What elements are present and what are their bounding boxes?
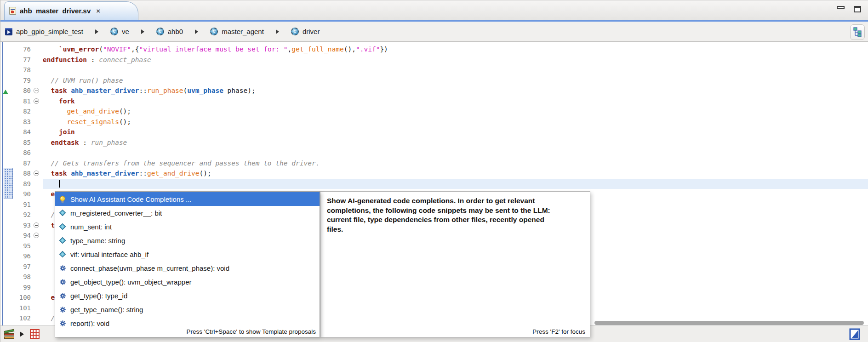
full-compile-status-icon[interactable] [849,328,860,342]
code-line[interactable]: 84 join [0,127,868,137]
maximize-icon[interactable] [854,6,861,12]
collapse-icon[interactable] [34,88,39,93]
completion-item[interactable]: m_registered_converter__: bit [55,206,320,220]
code-line[interactable]: 81 fork [0,96,868,107]
code-text[interactable] [43,148,868,158]
code-line[interactable]: 76 `uvm_error("NOVIF",{"virtual interfac… [0,44,868,55]
code-segment: reset_signals [67,118,119,125]
code-segment: run_phase [147,87,183,94]
code-line[interactable]: 87 // Gets transfers from the sequencer … [0,158,868,169]
code-text[interactable] [43,65,868,75]
line-number: 95 [15,241,31,251]
module-icon [5,28,12,35]
code-segment: endfunction [43,56,87,63]
chevron-right-icon [95,29,98,34]
code-segment: : [79,139,91,146]
collapse-icon[interactable] [34,222,39,228]
code-text[interactable]: endtask : run_phase [43,137,868,148]
toggle-hierarchy-button[interactable] [850,24,865,40]
minimize-icon[interactable] [837,6,845,9]
completion-item[interactable]: type_name: string [55,234,320,247]
breadcrumb-item-driver[interactable]: C driver [291,28,320,35]
code-text[interactable]: // Gets transfers from the sequencer and… [43,158,868,169]
breadcrumb-item-ahb0[interactable]: C ahb0 [156,28,183,35]
fold-column [31,230,43,241]
horizontal-scrollbar[interactable] [594,321,864,325]
code-segment: (); [200,170,211,177]
annotation-cell [0,292,15,303]
code-segment [67,87,71,94]
code-line[interactable]: 77endfunction : connect_phase [0,55,868,65]
code-line[interactable]: 80 task ahb_master_driver::run_phase(uvm… [0,86,868,96]
code-text[interactable]: task ahb_master_driver::run_phase(uvm_ph… [43,86,868,96]
completion-item-label: vif: virtual interface ahb_if [70,251,148,258]
chevron-right-icon [141,29,144,34]
breadcrumb-item-master-agent[interactable]: C master_agent [210,28,264,35]
code-line[interactable]: 88 task ahb_master_driver::get_and_drive… [0,168,868,179]
fold-column [31,55,43,65]
completion-popup-footer: Press 'Ctrl+Space' to show Template prop… [55,326,320,337]
completion-item[interactable]: connect_phase(uvm_phase m_current_phase)… [55,261,320,275]
breadcrumb-item-ve[interactable]: C ve [110,28,129,35]
code-segment [43,97,59,105]
code-text[interactable]: fork [43,96,868,107]
tab-ahb-master-driver[interactable]: ahb_master_driver.sv × [4,1,138,20]
code-line[interactable]: 89 [0,179,868,189]
completion-item[interactable]: get_type(): type_id [55,289,320,302]
line-number: 77 [15,55,31,65]
completion-item[interactable]: vif: virtual interface ahb_if [55,247,320,261]
code-segment [43,294,51,301]
annotation-cell [0,272,15,282]
field-icon [58,251,67,258]
code-segment [43,211,51,218]
code-segment [43,160,51,167]
close-tab-icon[interactable]: × [96,7,100,15]
collapse-icon[interactable] [34,98,39,104]
code-text[interactable]: endfunction : connect_phase [43,55,868,65]
compile-order-icon[interactable] [4,329,15,340]
fold-column [31,282,43,293]
grid-icon[interactable] [30,329,40,341]
code-segment: join [59,128,75,136]
collapse-icon[interactable] [34,233,39,238]
line-number: 102 [15,313,31,324]
code-line[interactable]: 82 get_and_drive(); [0,106,868,117]
code-segment: run_phase [91,139,127,146]
completion-item[interactable]: Show AI Assistant Code Completions ... [55,192,320,206]
collapse-icon[interactable] [34,171,39,176]
completion-item[interactable]: num_sent: int [55,220,320,234]
code-segment: (), [344,46,356,53]
method-icon [58,320,67,327]
code-text[interactable]: `uvm_error("NOVIF",{"virtual interface m… [43,44,868,55]
completion-item[interactable]: get_object_type(): uvm_object_wrapper [55,275,320,289]
annotation-cell [0,65,15,75]
code-text[interactable]: reset_signals(); [43,117,868,127]
code-text[interactable]: get_and_drive(); [43,106,868,117]
code-line[interactable]: 86 [0,148,868,158]
code-text[interactable]: // UVM run() phase [43,75,868,86]
completion-item[interactable]: get_type_name(): string [55,302,320,316]
breadcrumb-item-apb-gpio-simple-test[interactable]: apb_gpio_simple_test [5,28,83,35]
fold-column [31,262,43,272]
completion-popup: Show AI Assistant Code Completions ...m_… [55,191,320,337]
code-text[interactable] [43,179,868,189]
line-number: 84 [15,127,31,137]
line-number: 86 [15,148,31,158]
code-line[interactable]: 79 // UVM run() phase [0,75,868,86]
line-number: 100 [15,292,31,303]
fold-column [31,303,43,314]
code-line[interactable]: 85 endtask : run_phase [0,137,868,148]
hierarchy-icon [853,27,862,37]
line-number: 85 [15,137,31,148]
code-text[interactable]: join [43,127,868,137]
expand-arrow-icon[interactable] [20,331,24,337]
code-segment [43,77,51,84]
class-icon: C [291,28,299,35]
line-number: 97 [15,262,31,272]
code-line[interactable]: 83 reset_signals(); [0,117,868,127]
code-text[interactable]: task ahb_master_driver::get_and_drive(); [43,168,868,179]
code-line[interactable]: 78 [0,65,868,75]
code-segment: ,{ [131,46,139,53]
fold-column [31,210,43,220]
fold-column [31,179,43,189]
